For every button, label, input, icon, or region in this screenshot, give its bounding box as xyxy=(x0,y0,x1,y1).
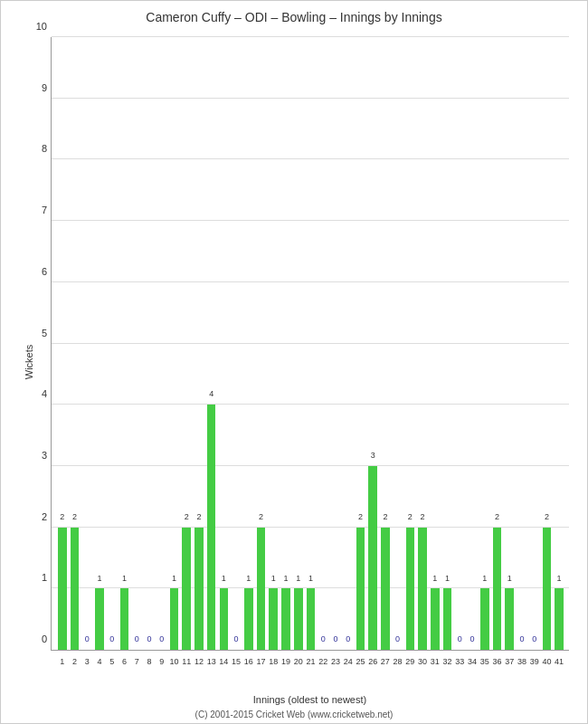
x-tick-15: 15 xyxy=(232,657,241,666)
bar-label-31: 1 xyxy=(431,574,440,583)
x-tick-6: 6 xyxy=(122,657,127,666)
bar-30 xyxy=(418,528,427,650)
x-tick-14: 14 xyxy=(219,657,228,666)
grid-line-5 xyxy=(52,343,569,344)
bar-2 xyxy=(71,528,80,650)
grid-line-2 xyxy=(52,527,569,528)
bar-label-4: 1 xyxy=(95,574,104,583)
x-tick-25: 25 xyxy=(356,657,365,666)
y-label-9: 9 xyxy=(24,82,47,93)
grid-line-9 xyxy=(52,98,569,99)
x-tick-32: 32 xyxy=(443,657,452,666)
bar-label-23: 0 xyxy=(331,634,340,643)
x-tick-21: 21 xyxy=(306,657,315,666)
bar-13 xyxy=(207,405,216,650)
x-tick-24: 24 xyxy=(344,657,353,666)
chart-area: 0123456789102122031405160708091102112124… xyxy=(51,37,569,651)
x-tick-40: 40 xyxy=(542,657,551,666)
bar-35 xyxy=(480,588,489,650)
bar-label-5: 0 xyxy=(108,634,117,643)
x-tick-19: 19 xyxy=(281,657,290,666)
bar-label-8: 0 xyxy=(145,634,154,643)
x-tick-18: 18 xyxy=(269,657,278,666)
bar-18 xyxy=(269,588,278,650)
bar-label-36: 2 xyxy=(493,512,502,521)
bar-label-24: 0 xyxy=(344,634,353,643)
x-tick-23: 23 xyxy=(331,657,340,666)
y-label-1: 1 xyxy=(24,572,47,583)
x-tick-11: 11 xyxy=(182,657,191,666)
x-tick-16: 16 xyxy=(244,657,253,666)
y-label-3: 3 xyxy=(24,450,47,461)
bar-label-32: 1 xyxy=(443,574,452,583)
bar-19 xyxy=(281,588,290,650)
bar-32 xyxy=(443,588,452,650)
x-tick-36: 36 xyxy=(492,657,501,666)
y-label-7: 7 xyxy=(24,205,47,215)
x-axis-title: Innings (oldest to newest) xyxy=(51,694,569,705)
bar-20 xyxy=(294,588,303,650)
bar-label-21: 1 xyxy=(307,574,316,583)
bar-4 xyxy=(95,588,104,650)
x-tick-33: 33 xyxy=(455,657,464,666)
bar-label-11: 2 xyxy=(182,512,191,521)
x-tick-30: 30 xyxy=(418,657,427,666)
bar-label-9: 0 xyxy=(157,634,166,643)
bar-label-37: 1 xyxy=(505,574,514,583)
bar-6 xyxy=(120,588,129,650)
x-tick-9: 9 xyxy=(159,657,164,666)
bar-label-38: 0 xyxy=(517,634,526,643)
x-tick-2: 2 xyxy=(72,657,77,666)
x-tick-29: 29 xyxy=(405,657,414,666)
y-label-2: 2 xyxy=(24,511,47,522)
bar-label-33: 0 xyxy=(455,634,464,643)
bar-label-30: 2 xyxy=(418,512,427,521)
bar-label-28: 0 xyxy=(394,634,403,643)
bar-label-16: 1 xyxy=(244,574,253,583)
x-tick-1: 1 xyxy=(60,657,64,666)
bar-11 xyxy=(182,528,191,650)
bar-label-34: 0 xyxy=(468,634,477,643)
x-tick-7: 7 xyxy=(135,657,139,666)
bar-label-29: 2 xyxy=(406,512,415,521)
bar-40 xyxy=(543,528,552,650)
x-tick-38: 38 xyxy=(517,657,526,666)
y-axis-title: Wickets xyxy=(24,345,34,380)
bar-10 xyxy=(170,588,179,650)
bar-27 xyxy=(381,528,390,650)
x-tick-8: 8 xyxy=(147,657,151,666)
x-tick-34: 34 xyxy=(468,657,477,666)
bar-label-12: 2 xyxy=(194,512,204,521)
bar-label-13: 4 xyxy=(207,389,216,398)
bar-label-3: 0 xyxy=(83,634,92,643)
bar-label-19: 1 xyxy=(281,574,290,583)
x-tick-20: 20 xyxy=(294,657,303,666)
bar-41 xyxy=(555,588,564,650)
grid-line-7 xyxy=(52,220,569,221)
bar-label-18: 1 xyxy=(269,574,278,583)
y-label-6: 6 xyxy=(24,266,47,277)
bar-label-17: 2 xyxy=(257,512,266,521)
bar-label-14: 1 xyxy=(220,574,229,583)
x-tick-26: 26 xyxy=(368,657,377,666)
x-tick-37: 37 xyxy=(505,657,514,666)
x-tick-22: 22 xyxy=(318,657,327,666)
grid-line-8 xyxy=(52,158,569,159)
bar-37 xyxy=(505,588,514,650)
bar-label-35: 1 xyxy=(480,574,489,583)
y-label-0: 0 xyxy=(24,634,47,644)
chart-title: Cameron Cuffy – ODI – Bowling – Innings … xyxy=(1,1,587,24)
grid-line-4 xyxy=(52,404,569,405)
y-label-4: 4 xyxy=(24,388,47,399)
grid-line-3 xyxy=(52,465,569,466)
grid-line-10 xyxy=(52,36,569,37)
grid-line-6 xyxy=(52,281,569,282)
x-tick-39: 39 xyxy=(530,657,539,666)
bar-25 xyxy=(356,528,365,650)
y-label-5: 5 xyxy=(24,328,47,338)
bar-label-25: 2 xyxy=(356,512,365,521)
x-tick-41: 41 xyxy=(555,657,564,666)
bar-36 xyxy=(493,528,502,650)
x-tick-10: 10 xyxy=(169,657,178,666)
bar-label-1: 2 xyxy=(58,512,67,521)
